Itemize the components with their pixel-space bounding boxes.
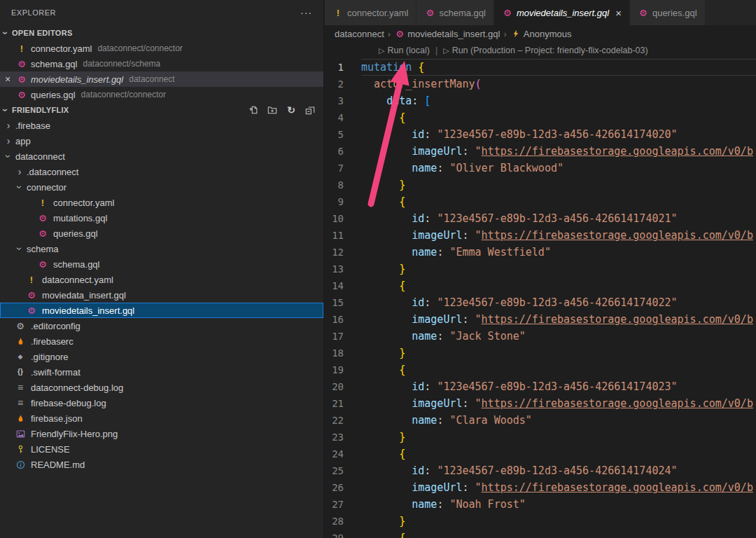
tree-item[interactable]: ⚙.editorconfig — [0, 318, 323, 333]
file-tree: ›.firebase›app›dataconnect›.dataconnect›… — [0, 118, 323, 472]
graphql-icon: ⚙ — [394, 29, 405, 39]
line-number: 26 — [325, 479, 361, 496]
editor-tab[interactable]: ⚙moviedetails_insert.gql× — [494, 0, 629, 25]
line-number: 21 — [325, 395, 361, 412]
tab-label: queries.gql — [652, 8, 697, 18]
graphql-icon: ⚙ — [15, 60, 28, 69]
tree-item[interactable]: README.md — [0, 457, 323, 472]
editor-tab[interactable]: ⚙schema.gql — [416, 0, 493, 25]
code-text: { — [361, 277, 756, 294]
tree-item[interactable]: FriendlyFlix-Hero.png — [0, 426, 323, 441]
tree-item[interactable]: ›dataconnect — [0, 149, 323, 164]
code-text: name: "Noah Frost" — [361, 496, 756, 513]
run-local-link[interactable]: ▷Run (local) — [379, 46, 430, 55]
log-icon: ≡ — [14, 382, 27, 392]
info-icon — [14, 460, 27, 469]
play-icon: ▷ — [443, 46, 449, 55]
tree-item[interactable]: ⚙schema.gql — [0, 256, 323, 272]
line-number: 11 — [325, 227, 361, 244]
tree-item-label: dataconnect-debug.log — [31, 382, 123, 393]
editor-tab[interactable]: !connector.yaml — [325, 0, 416, 25]
more-actions-icon[interactable]: ··· — [300, 7, 312, 18]
graphql-icon: ⚙ — [36, 260, 49, 269]
tree-item[interactable]: LICENSE — [0, 441, 323, 457]
tree-item[interactable]: ⚙queries.gql — [0, 226, 323, 241]
tree-item[interactable]: ›app — [0, 133, 323, 149]
warning-icon: ! — [36, 198, 49, 207]
tree-item[interactable]: ⚙mutations.gql — [0, 210, 323, 226]
tree-item[interactable]: ›.firebase — [0, 118, 323, 133]
run-production-link[interactable]: ▷Run (Production – Project: friendly-fli… — [443, 46, 648, 55]
new-folder-icon — [266, 105, 279, 115]
open-editor-item[interactable]: ×⚙moviedetails_insert.gqldataconnect — [0, 71, 323, 87]
open-editor-path: dataconnect/connector — [97, 43, 182, 53]
tree-item[interactable]: ◆.gitignore — [0, 349, 323, 364]
code-line: 29 { — [325, 530, 756, 538]
tree-item[interactable]: ≡firebase-debug.log — [0, 395, 323, 411]
tree-item[interactable]: !connector.yaml — [0, 195, 323, 210]
open-editor-item[interactable]: ⚙schema.gqldataconnect/schema — [0, 56, 323, 71]
open-editors-header[interactable]: › OPEN EDITORS — [0, 25, 323, 41]
code-line: 19 { — [325, 361, 756, 378]
tree-item-label: .dataconnect — [27, 167, 78, 177]
workspace-header[interactable]: › FRIENDLYFLIX ↻ — [0, 102, 323, 118]
play-icon: ▷ — [379, 46, 384, 55]
new-file-button[interactable] — [248, 104, 261, 116]
line-number: 16 — [325, 311, 361, 328]
sidebar-title-row: EXPLORER ··· — [0, 0, 323, 25]
collapse-all-button[interactable] — [305, 104, 318, 116]
open-editor-item[interactable]: !connector.yamldataconnect/connector — [0, 41, 323, 56]
refresh-button[interactable]: ↻ — [286, 104, 299, 116]
code-text: imageUrl: "https://firebasestorage.googl… — [361, 311, 756, 328]
line-number: 22 — [325, 412, 361, 429]
tree-item-label: .swift-format — [31, 367, 80, 378]
line-number: 24 — [325, 446, 361, 462]
code-text: { — [361, 109, 756, 126]
code-line: 13 } — [325, 261, 756, 277]
tree-item[interactable]: ›.dataconnect — [0, 164, 323, 179]
tree-item-label: connector — [27, 182, 66, 193]
close-icon[interactable]: × — [0, 74, 15, 85]
code-text: actor_insertMany( — [361, 76, 756, 92]
line-number: 19 — [325, 361, 361, 378]
tree-item-label: connector.yaml — [53, 198, 114, 208]
open-editor-item[interactable]: ⚙queries.gqldataconnect/connector — [0, 87, 323, 102]
editor-tab[interactable]: ⚙queries.gql — [630, 0, 705, 25]
tree-item[interactable]: ⚙moviedetails_insert.gql — [0, 303, 323, 318]
breadcrumb-item[interactable]: dataconnect — [335, 29, 384, 39]
code-text: { — [361, 193, 756, 210]
tree-item[interactable]: ≡dataconnect-debug.log — [0, 380, 323, 395]
tree-item[interactable]: .firebaserc — [0, 333, 323, 349]
code-line: 5 id: "123e4567-e89b-12d3-a456-426614174… — [325, 126, 756, 143]
braces-icon: {} — [14, 368, 27, 375]
line-number: 8 — [325, 177, 361, 193]
tree-item[interactable]: {}.swift-format — [0, 364, 323, 380]
code-text: { — [361, 530, 756, 538]
line-number: 17 — [325, 328, 361, 345]
code-text: name: "Jack Stone" — [361, 328, 756, 345]
code-line: 6 imageUrl: "https://firebasestorage.goo… — [325, 143, 756, 160]
tree-item[interactable]: ›connector — [0, 179, 323, 195]
chevron-down-icon: › — [1, 27, 10, 39]
code-line: 18 } — [325, 345, 756, 361]
code-line: 27 name: "Noah Frost" — [325, 496, 756, 513]
breadcrumb-label: moviedetails_insert.gql — [407, 29, 500, 39]
chevron-right-icon: › — [3, 136, 14, 146]
new-folder-button[interactable] — [267, 104, 280, 116]
tree-item[interactable]: !dataconnect.yaml — [0, 272, 323, 287]
code-line: 26 imageUrl: "https://firebasestorage.go… — [325, 479, 756, 496]
tree-item[interactable]: ⚙moviedata_insert.gql — [0, 287, 323, 303]
refresh-icon: ↻ — [285, 105, 298, 115]
tree-item[interactable]: firebase.json — [0, 411, 323, 426]
breadcrumb-label: Anonymous — [524, 29, 572, 39]
close-icon[interactable]: × — [615, 7, 622, 19]
chevron-right-icon: › — [3, 120, 14, 130]
breadcrumb-item[interactable]: ⚙moviedetails_insert.gql — [394, 29, 500, 39]
tree-item[interactable]: ›schema — [0, 241, 323, 256]
code-line: 17 name: "Jack Stone" — [325, 328, 756, 345]
breadcrumb-item[interactable]: Anonymous — [510, 29, 572, 39]
tree-item-label: queries.gql — [53, 228, 98, 239]
code-text: imageUrl: "https://firebasestorage.googl… — [361, 479, 756, 496]
graphql-icon: ⚙ — [15, 75, 28, 84]
code-line: 23 } — [325, 429, 756, 446]
